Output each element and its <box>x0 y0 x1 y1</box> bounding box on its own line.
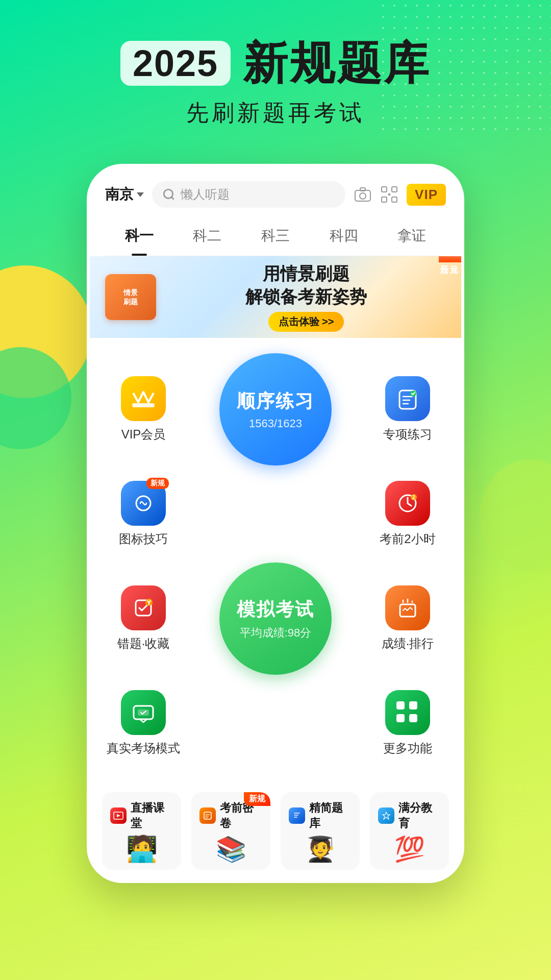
grid-row-3: 错题·收藏 模拟考试 平均成绩:98分 成绩·排行 <box>105 562 446 675</box>
card-simple-icon <box>289 807 305 824</box>
tab-nazheng[interactable]: 拿证 <box>378 218 446 256</box>
phone-wrapper: 南京 懒人听题 <box>0 164 551 883</box>
card-perfect-icon <box>378 807 394 824</box>
newrule-icon: 新规 <box>121 481 166 526</box>
score-label: 成绩·排行 <box>382 635 434 652</box>
svg-point-0 <box>164 189 172 198</box>
svg-rect-5 <box>382 187 387 192</box>
grid-item-score[interactable]: 成绩·排行 <box>369 585 446 652</box>
city-selector[interactable]: 南京 <box>105 185 144 204</box>
svg-rect-4 <box>360 188 365 191</box>
card-perfect[interactable]: 满分教育 💯 <box>370 792 449 870</box>
card-live[interactable]: 直播课堂 🧑‍💻 <box>102 792 181 870</box>
secret-new-badge: 新规 <box>244 792 270 806</box>
grid-item-realexam[interactable]: 真实考场模式 <box>105 690 182 756</box>
svg-line-1 <box>171 197 174 200</box>
header-section: 2025 新规题库 先刷新题再考试 <box>0 0 551 149</box>
card-live-icon <box>110 807 127 824</box>
banner-content: 情景刷题 用情景刷题 解锁备考新姿势 点击体验 >> <box>90 262 461 331</box>
svg-rect-6 <box>392 187 397 192</box>
new-badge: 新规 <box>146 478 169 489</box>
grid-row-1: VIP会员 顺序练习 1563/1623 专项练 <box>105 353 446 465</box>
search-bar[interactable]: 懒人听题 <box>152 181 345 208</box>
svg-point-3 <box>360 193 366 199</box>
grid-item-special[interactable]: 专项练习 <box>369 376 446 443</box>
tab-ke2[interactable]: 科二 <box>173 218 242 256</box>
practice-title: 顺序练习 <box>237 389 314 414</box>
wrong-icon <box>121 585 166 630</box>
wrong-label: 错题·收藏 <box>117 635 170 652</box>
grid-row-2: 新规 图标技巧 2 考前2小时 <box>105 481 446 547</box>
practice-circle[interactable]: 顺序练习 1563/1623 <box>219 353 332 465</box>
mock-exam-title: 模拟考试 <box>237 597 314 622</box>
realexam-icon <box>121 690 166 735</box>
grid-item-newrule[interactable]: 新规 图标技巧 <box>105 481 182 547</box>
more-label: 更多功能 <box>383 740 432 756</box>
score-icon <box>385 585 430 630</box>
card-perfect-header: 满分教育 <box>378 800 441 831</box>
newrule-label: 图标技巧 <box>119 531 168 547</box>
camera-icon[interactable] <box>354 185 372 204</box>
phone-mockup: 南京 懒人听题 <box>87 164 464 883</box>
special-icon <box>385 376 430 421</box>
realexam-label: 真实考场模式 <box>107 740 180 756</box>
main-grid: VIP会员 顺序练习 1563/1623 专项练 <box>90 338 461 782</box>
more-icon <box>385 690 430 735</box>
banner-title-line2: 解锁备考新姿势 <box>166 285 446 308</box>
year-badge: 2025 <box>120 41 231 86</box>
card-perfect-title: 满分教育 <box>398 800 441 831</box>
bottom-cards: 直播课堂 🧑‍💻 新规 考前密卷 <box>90 782 461 880</box>
card-secret-body: 📚 <box>199 836 262 862</box>
banner-side-tag: 元旦开始 <box>439 256 461 262</box>
banner-box-text: 情景刷题 <box>123 288 138 306</box>
card-simple-body: 🧑‍🎓 <box>289 836 352 862</box>
vip-icon <box>121 376 166 421</box>
banner-cta[interactable]: 点击体验 >> <box>268 312 344 332</box>
grid-item-more[interactable]: 更多功能 <box>369 690 446 756</box>
title-row: 2025 新规题库 <box>31 41 520 86</box>
search-icon <box>162 188 176 201</box>
exam2h-label: 考前2小时 <box>380 531 435 547</box>
card-secret-icon <box>199 807 216 824</box>
grid-row-4: 真实考场模式 更多功能 <box>105 690 446 756</box>
svg-rect-23 <box>204 812 211 819</box>
svg-rect-8 <box>392 197 397 202</box>
vip-badge[interactable]: VIP <box>407 184 446 206</box>
card-simple-illustration: 🧑‍🎓 <box>305 837 336 862</box>
card-perfect-body: 💯 <box>378 836 441 862</box>
card-secret-illustration: 📚 <box>216 837 246 862</box>
card-secret[interactable]: 新规 考前密卷 📚 <box>191 792 270 870</box>
svg-rect-9 <box>388 193 390 195</box>
card-simple-title: 精简题库 <box>309 800 352 831</box>
chevron-down-icon <box>137 192 144 197</box>
card-live-title: 直播课堂 <box>131 800 173 831</box>
tab-ke1[interactable]: 科一 <box>105 218 173 256</box>
grid-item-vip[interactable]: VIP会员 <box>105 376 182 443</box>
svg-text:2: 2 <box>412 495 415 500</box>
vip-label: VIP会员 <box>121 426 166 443</box>
tab-ke4[interactable]: 科四 <box>310 218 378 256</box>
practice-progress: 1563/1623 <box>249 417 302 430</box>
special-label: 专项练习 <box>383 426 432 443</box>
banner-box: 情景刷题 <box>105 274 156 320</box>
card-live-body: 🧑‍💻 <box>110 836 173 862</box>
card-simple[interactable]: 精简题库 🧑‍🎓 <box>281 792 360 870</box>
grid-item-wrong[interactable]: 错题·收藏 <box>105 585 182 652</box>
card-perfect-illustration: 💯 <box>394 837 425 862</box>
banner[interactable]: 情景刷题 用情景刷题 解锁备考新姿势 点击体验 >> 元旦开始 <box>90 256 461 338</box>
card-live-header: 直播课堂 <box>110 800 173 831</box>
subtitle: 先刷新题再考试 <box>31 98 520 128</box>
svg-rect-10 <box>132 403 155 407</box>
tab-ke3[interactable]: 科三 <box>241 218 310 256</box>
grid-item-exam2h[interactable]: 2 考前2小时 <box>369 481 446 547</box>
svg-rect-7 <box>382 197 387 202</box>
card-simple-header: 精简题库 <box>289 800 352 831</box>
card-live-illustration: 🧑‍💻 <box>126 836 158 862</box>
banner-text-group: 用情景刷题 解锁备考新姿势 点击体验 >> <box>166 262 446 331</box>
nav-tabs: 科一 科二 科三 科四 拿证 <box>105 218 446 256</box>
city-name: 南京 <box>105 185 134 204</box>
mock-exam-circle[interactable]: 模拟考试 平均成绩:98分 <box>219 562 332 675</box>
exam2h-icon: 2 <box>385 481 430 526</box>
banner-title-line1: 用情景刷题 <box>166 262 446 285</box>
scan-icon[interactable] <box>380 185 398 204</box>
